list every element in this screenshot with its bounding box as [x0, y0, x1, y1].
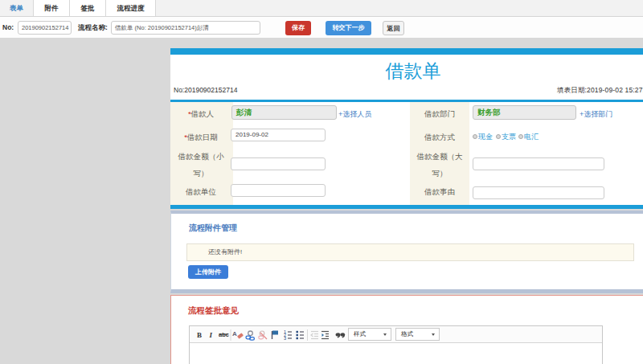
svg-text:I: I — [209, 331, 213, 339]
svg-text:A: A — [232, 330, 237, 337]
svg-text:B: B — [197, 331, 202, 339]
svg-text:3: 3 — [284, 336, 286, 341]
